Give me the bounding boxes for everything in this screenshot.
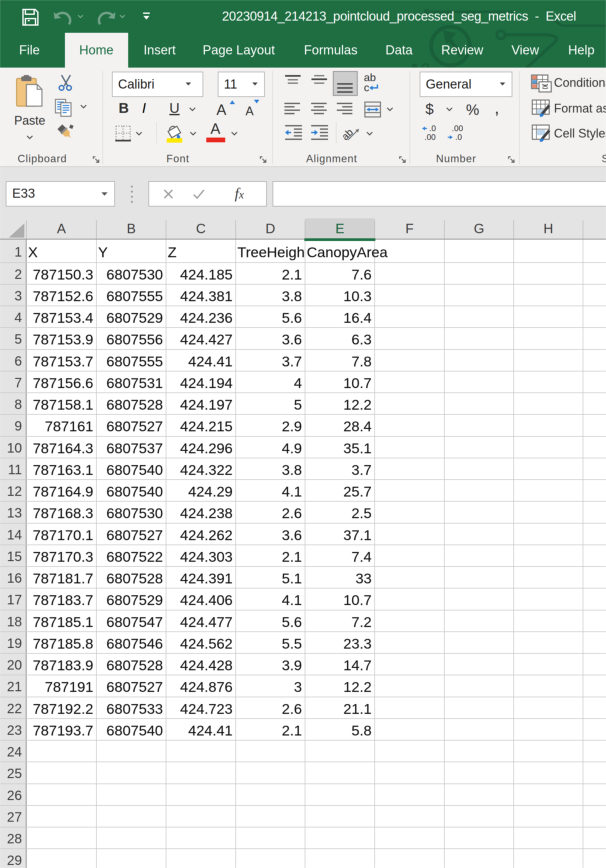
svg-text:c: c bbox=[364, 81, 369, 93]
svg-text:.0: .0 bbox=[455, 132, 462, 142]
svg-text:.00: .00 bbox=[452, 124, 463, 133]
svg-text:.00: .00 bbox=[424, 132, 435, 142]
svg-text:.0: .0 bbox=[429, 124, 436, 133]
